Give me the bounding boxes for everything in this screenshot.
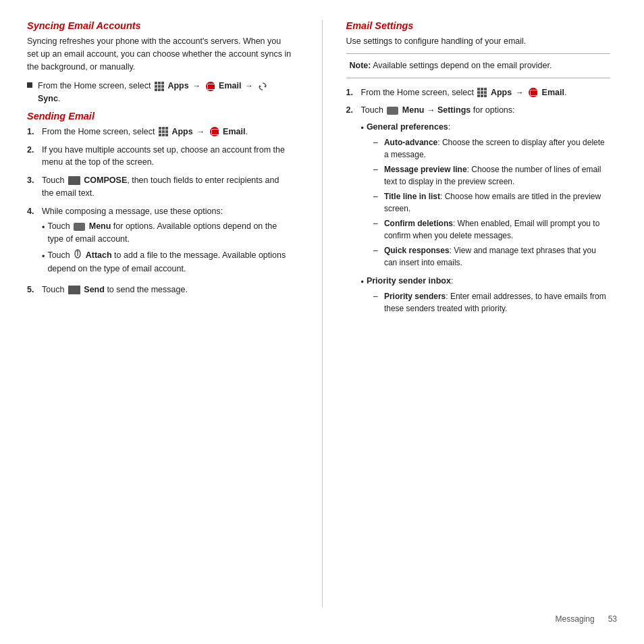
sub-title-line: – Title line in list: Choose how emails … <box>373 190 610 215</box>
sending-section: Sending Email 1. From the Home screen, s… <box>27 111 292 296</box>
sub-confirm-del: – Confirm deletions: When enabled, Email… <box>373 217 610 242</box>
email-settings-steps: 1. From the Home screen, select Apps → E… <box>346 86 611 321</box>
step-3-content: Touch COMPOSE, then touch fields to ente… <box>42 174 292 200</box>
menu-icon-r <box>387 107 398 115</box>
left-column: Syncing Email Accounts Syncing refreshes… <box>27 20 298 608</box>
email-settings-title: Email Settings <box>346 20 611 31</box>
svg-rect-30 <box>484 95 487 97</box>
bullet-menu: • Touch Menu for options. Available opti… <box>42 220 292 246</box>
step-5: 5. Touch Send to send the message. <box>27 284 292 296</box>
page: Syncing Email Accounts Syncing refreshes… <box>0 0 644 644</box>
svg-rect-4 <box>158 85 161 88</box>
syncing-step: From the Home screen, select Apps → Emai… <box>27 80 292 105</box>
footer-page: 53 <box>608 614 617 624</box>
step-3: 3. Touch COMPOSE, then touch fields to e… <box>27 174 292 200</box>
email-icon-2 <box>210 127 219 136</box>
svg-rect-14 <box>159 130 161 133</box>
svg-rect-19 <box>165 134 168 136</box>
svg-rect-22 <box>477 88 480 90</box>
email-settings-section: Email Settings Use settings to configure… <box>346 20 611 321</box>
step-2: 2. If you have multiple accounts set up,… <box>27 144 292 169</box>
svg-rect-16 <box>165 130 168 133</box>
send-icon <box>68 286 80 294</box>
column-divider <box>322 20 323 608</box>
svg-rect-17 <box>159 134 161 136</box>
svg-rect-27 <box>484 91 487 94</box>
svg-rect-11 <box>159 127 161 130</box>
sub-priority-senders: – Priority senders: Enter email addresse… <box>373 290 610 315</box>
es-step-2-content: Touch Menu → Settings for options: • Gen… <box>361 104 611 320</box>
apps-icon-r <box>477 88 487 97</box>
svg-rect-23 <box>481 88 483 90</box>
syncing-section: Syncing Email Accounts Syncing refreshes… <box>27 20 292 105</box>
settings-bullets: • General preferences: – Auto-advance: C… <box>361 121 611 317</box>
svg-rect-28 <box>477 95 480 97</box>
svg-rect-13 <box>165 127 168 130</box>
step-4-content: While composing a message, use these opt… <box>42 205 292 279</box>
es-step-2: 2. Touch Menu → Settings for options: • <box>346 104 611 320</box>
svg-rect-15 <box>162 130 165 133</box>
svg-rect-6 <box>155 88 157 91</box>
svg-marker-9 <box>264 85 266 88</box>
content-area: Syncing Email Accounts Syncing refreshes… <box>27 20 617 608</box>
es-step-1: 1. From the Home screen, select Apps → E… <box>346 86 611 99</box>
general-pref-list: – Auto-advance: Choose the screen to dis… <box>373 136 610 269</box>
footer: Messaging 53 <box>27 608 617 624</box>
sub-msg-preview: – Message preview line: Choose the numbe… <box>373 163 610 188</box>
syncing-body: Syncing refreshes your phone with the ac… <box>27 35 292 73</box>
attach-icon <box>74 249 82 263</box>
compose-icon <box>68 176 80 185</box>
bullet-square <box>27 82 32 88</box>
email-icon-r <box>529 88 538 97</box>
svg-rect-29 <box>481 95 483 97</box>
sync-icon <box>257 81 269 90</box>
syncing-title: Syncing Email Accounts <box>27 20 292 31</box>
footer-label: Messaging <box>556 614 595 624</box>
email-settings-intro: Use settings to configure handling of yo… <box>346 35 611 48</box>
sub-quick-resp: – Quick responses: View and manage text … <box>373 244 610 269</box>
svg-marker-10 <box>259 85 261 88</box>
sending-title: Sending Email <box>27 111 292 122</box>
step-1-content: From the Home screen, select Apps → Emai… <box>42 126 292 138</box>
note-box: Note: Available settings depend on the e… <box>346 53 611 78</box>
sending-steps: 1. From the Home screen, select Apps → E… <box>27 126 292 296</box>
step-5-content: Touch Send to send the message. <box>42 284 292 296</box>
bullet-attach: • Touch Attach to add a file to the mess… <box>42 249 292 275</box>
apps-icon <box>155 82 164 91</box>
step-4-bullets: • Touch Menu for options. Available opti… <box>42 220 292 275</box>
svg-rect-5 <box>161 85 164 88</box>
step-4: 4. While composing a message, use these … <box>27 205 292 279</box>
svg-rect-12 <box>162 127 165 130</box>
right-column: Email Settings Use settings to configure… <box>346 20 618 608</box>
svg-rect-3 <box>155 85 157 88</box>
svg-rect-18 <box>162 134 165 136</box>
svg-rect-1 <box>158 82 161 84</box>
step-1: 1. From the Home screen, select Apps → E… <box>27 126 292 138</box>
menu-icon-1 <box>74 223 85 231</box>
sub-auto-advance: – Auto-advance: Choose the screen to dis… <box>373 136 610 161</box>
svg-rect-24 <box>484 88 487 90</box>
priority-list: – Priority senders: Enter email addresse… <box>373 290 610 315</box>
svg-rect-0 <box>155 82 157 84</box>
syncing-step-text: From the Home screen, select Apps → Emai… <box>38 80 292 105</box>
apps-icon-2 <box>159 127 168 136</box>
bullet-priority: • Priority sender inbox: – Priority send… <box>361 275 611 317</box>
svg-rect-26 <box>481 91 483 94</box>
bullet-general: • General preferences: – Auto-advance: C… <box>361 121 611 271</box>
svg-rect-25 <box>477 91 480 94</box>
svg-rect-7 <box>158 88 161 91</box>
email-icon <box>206 82 215 91</box>
svg-rect-8 <box>161 88 164 91</box>
svg-rect-2 <box>161 82 164 84</box>
es-step-1-content: From the Home screen, select Apps → Emai… <box>361 86 611 99</box>
